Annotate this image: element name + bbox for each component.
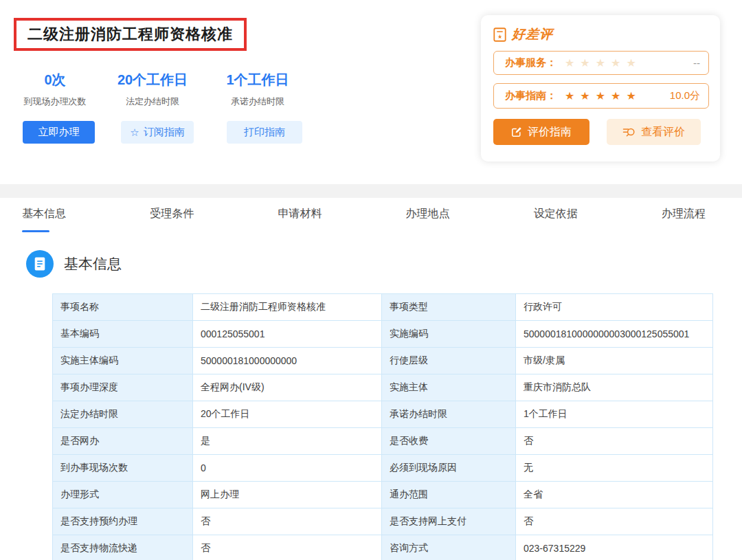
field-value: 023-67315229 — [516, 535, 713, 560]
field-label: 实施主体 — [382, 374, 516, 401]
stat-label: 承诺办结时限 — [218, 96, 297, 108]
field-label: 是否支持预约办理 — [53, 508, 193, 535]
field-label: 到办事现场次数 — [53, 455, 193, 482]
review-document-icon — [493, 27, 506, 42]
star-outline-icon: ☆ — [130, 127, 139, 137]
rate-guide-button[interactable]: 评价指南 — [493, 119, 589, 145]
guide-rating-stars: ★★★★★ — [565, 89, 642, 102]
field-value: 网上办理 — [193, 482, 382, 508]
section-title: 基本信息 — [64, 254, 122, 273]
service-detail-page: 二级注册消防工程师资格核准 0次 到现场办理次数 20个工作日 法定办结时限 1… — [0, 0, 742, 560]
service-rating-score: -- — [693, 57, 700, 69]
field-value: 重庆市消防总队 — [516, 374, 713, 401]
stat-value: 1个工作日 — [218, 71, 297, 89]
field-value: 1个工作日 — [516, 401, 713, 428]
print-guide-button[interactable]: 打印指南 — [227, 121, 302, 144]
tab-handling-location[interactable]: 办理地点 — [406, 207, 450, 232]
field-label: 办理形式 — [53, 482, 193, 508]
table-row: 是否支持预约办理 否 是否支持网上支付 否 — [53, 508, 713, 535]
service-rating-row: 办事服务： ★★★★★ -- — [493, 51, 709, 75]
tab-basic-info[interactable]: 基本信息 — [22, 207, 66, 232]
basic-info-section-header: 基本信息 — [26, 250, 122, 278]
header-actions: 立即办理 ☆ 订阅指南 打印指南 — [23, 121, 302, 144]
field-label: 事项办理深度 — [53, 374, 193, 401]
field-value: 否 — [516, 428, 713, 455]
table-row: 事项名称 二级注册消防工程师资格核准 事项类型 行政许可 — [53, 294, 713, 321]
field-label: 是否支持网上支付 — [382, 508, 516, 535]
subscribe-guide-label: 订阅指南 — [144, 126, 185, 139]
field-label: 事项类型 — [382, 294, 516, 321]
field-label: 基本编码 — [53, 321, 193, 348]
field-value: 无 — [516, 455, 713, 482]
guide-rating-label: 办事指南： — [505, 89, 556, 102]
tab-setting-basis[interactable]: 设定依据 — [534, 207, 578, 232]
field-value: 市级/隶属 — [516, 348, 713, 374]
rating-panel: 好差评 办事服务： ★★★★★ -- 办事指南： ★★★★★ 10.0分 评价指… — [481, 15, 720, 161]
stat-legal-time-limit: 20个工作日 法定办结时限 — [113, 71, 192, 108]
section-separator — [0, 184, 742, 198]
tab-acceptance-conditions[interactable]: 受理条件 — [150, 207, 194, 232]
table-row: 实施主体编码 500000181000000000 行使层级 市级/隶属 — [53, 348, 713, 374]
tab-handling-process[interactable]: 办理流程 — [662, 207, 706, 232]
field-value: 5000001810000000003000125055001 — [516, 321, 713, 348]
guide-rating-score: 10.0分 — [670, 89, 700, 102]
stat-value: 20个工作日 — [113, 71, 192, 89]
field-value: 否 — [193, 535, 382, 560]
stat-onsite-visits: 0次 到现场办理次数 — [15, 71, 95, 108]
field-label: 必须到现场原因 — [382, 455, 516, 482]
field-value: 否 — [516, 508, 713, 535]
field-label: 是否网办 — [53, 428, 193, 455]
field-value: 0 — [193, 455, 382, 482]
tab-bar: 基本信息 受理条件 申请材料 办理地点 设定依据 办理流程 — [0, 198, 742, 232]
basic-info-table: 事项名称 二级注册消防工程师资格核准 事项类型 行政许可 基本编码 000125… — [52, 293, 713, 560]
field-label: 行使层级 — [382, 348, 516, 374]
stats-row: 0次 到现场办理次数 20个工作日 法定办结时限 1个工作日 承诺办结时限 — [15, 71, 297, 108]
table-row: 是否网办 是 是否收费 否 — [53, 428, 713, 455]
table-row: 法定办结时限 20个工作日 承诺办结时限 1个工作日 — [53, 401, 713, 428]
rating-actions: 评价指南 查看评价 — [493, 119, 709, 145]
field-value: 全程网办(IV级) — [193, 374, 382, 401]
field-label: 是否支持物流快递 — [53, 535, 193, 560]
table-row: 是否支持物流快递 否 咨询方式 023-67315229 — [53, 535, 713, 560]
subscribe-guide-button[interactable]: ☆ 订阅指南 — [121, 121, 194, 144]
stat-promised-time-limit: 1个工作日 承诺办结时限 — [218, 71, 297, 108]
table-row: 办理形式 网上办理 通办范围 全省 — [53, 482, 713, 508]
field-label: 是否收费 — [382, 428, 516, 455]
page-title-highlight-box: 二级注册消防工程师资格核准 — [14, 18, 247, 51]
guide-rating-row: 办事指南： ★★★★★ 10.0分 — [493, 83, 709, 109]
field-value: 20个工作日 — [193, 401, 382, 428]
stat-label: 法定办结时限 — [113, 96, 192, 108]
table-row: 事项办理深度 全程网办(IV级) 实施主体 重庆市消防总队 — [53, 374, 713, 401]
field-value: 是 — [193, 428, 382, 455]
rating-panel-header: 好差评 — [493, 25, 709, 43]
rating-panel-title: 好差评 — [512, 25, 553, 43]
field-label: 承诺办结时限 — [382, 401, 516, 428]
view-ratings-label: 查看评价 — [641, 125, 685, 139]
view-ratings-button[interactable]: 查看评价 — [607, 119, 701, 145]
field-label: 咨询方式 — [382, 535, 516, 560]
field-value: 全省 — [516, 482, 713, 508]
apply-now-button[interactable]: 立即办理 — [23, 121, 95, 144]
field-value: 否 — [193, 508, 382, 535]
search-list-icon — [622, 126, 636, 138]
field-value: 000125055001 — [193, 321, 382, 348]
service-rating-label: 办事服务： — [505, 56, 556, 69]
field-label: 实施主体编码 — [53, 348, 193, 374]
service-rating-stars: ★★★★★ — [565, 56, 642, 69]
field-value: 二级注册消防工程师资格核准 — [193, 294, 382, 321]
field-label: 法定办结时限 — [53, 401, 193, 428]
field-label: 事项名称 — [53, 294, 193, 321]
table-row: 基本编码 000125055001 实施编码 50000018100000000… — [53, 321, 713, 348]
rate-guide-label: 评价指南 — [528, 125, 572, 139]
edit-pencil-icon — [511, 126, 522, 137]
tab-application-materials[interactable]: 申请材料 — [278, 207, 322, 232]
document-icon — [26, 250, 54, 278]
stat-label: 到现场办理次数 — [15, 96, 95, 108]
field-value: 行政许可 — [516, 294, 713, 321]
table-row: 到办事现场次数 0 必须到现场原因 无 — [53, 455, 713, 482]
field-label: 通办范围 — [382, 482, 516, 508]
stat-value: 0次 — [15, 71, 95, 89]
page-title: 二级注册消防工程师资格核准 — [27, 25, 233, 43]
field-label: 实施编码 — [382, 321, 516, 348]
field-value: 500000181000000000 — [193, 348, 382, 374]
